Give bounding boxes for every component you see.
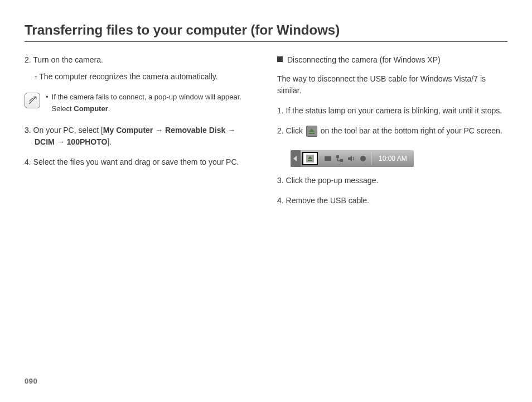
path-dcim: DCIM [35, 137, 55, 146]
right-intro: The way to disconnect the USB cable for … [277, 73, 507, 97]
arrow-icon: → [55, 137, 67, 146]
tray-expand-arrow-icon [291, 150, 301, 167]
step-number: 4. [277, 196, 286, 205]
right-column: Disconnecting the camera (for Windows XP… [277, 54, 507, 215]
right-step-2: 2. Click on the tool bar at the bottom r… [277, 125, 507, 137]
svg-point-3 [360, 156, 366, 161]
right-step-3: 3. Click the pop-up message. [277, 175, 507, 187]
right-heading: Disconnecting the camera (for Windows XP… [277, 54, 507, 66]
square-bullet-icon [277, 56, 283, 62]
left-column: 2. Turn on the camera. - The computer re… [25, 54, 255, 215]
step-text: If the status lamp on your camera is bli… [286, 106, 502, 115]
svg-rect-1 [336, 155, 339, 158]
subline-text: The computer recognizes the camera autom… [39, 72, 217, 81]
left-step-4: 4. Select the files you want and drag or… [25, 156, 255, 169]
step-number: 2. [277, 126, 286, 135]
right-step-4: 4. Remove the USB cable. [277, 195, 507, 207]
tray-icons [320, 150, 371, 167]
note-body: • If the camera fails to connect, a pop-… [46, 92, 241, 114]
step-number: 3. [277, 176, 286, 185]
right-heading-text: Disconnecting the camera (for Windows XP… [287, 54, 441, 66]
bullet-icon: • [46, 92, 49, 114]
step-text: Turn on the camera. [33, 55, 103, 64]
step3-suffix: ]. [107, 137, 112, 146]
arrow-icon: → [153, 126, 165, 135]
step-number: 2. [25, 55, 33, 64]
step-text: Select the files you want and drag or sa… [33, 157, 239, 166]
path-100photo: 100PHOTO [67, 137, 108, 146]
page-number: 090 [25, 377, 37, 385]
svg-rect-0 [325, 156, 331, 161]
tray-icon [359, 155, 367, 162]
tray-clock: 10:00 AM [372, 150, 414, 167]
step2-b: on the tool bar at the bottom right of y… [318, 126, 502, 135]
left-step-3: 3. On your PC, select [My Computer → Rem… [25, 125, 255, 149]
note-line-1: If the camera fails to connect, a pop-up… [52, 93, 241, 101]
note-icon [25, 93, 40, 108]
note-line-2c: . [108, 104, 110, 113]
step2-a: Click [286, 126, 305, 135]
path-my-computer: My Computer [103, 126, 153, 135]
step3-prefix: On your PC, select [ [33, 126, 103, 135]
system-tray: 10:00 AM [291, 150, 414, 167]
title-rule [25, 41, 507, 42]
note-line-2a: Select [52, 104, 74, 113]
tray-highlighted-icon [302, 152, 318, 165]
tray-volume-icon [347, 155, 355, 162]
path-removable-disk: Removable Disk [165, 126, 225, 135]
tray-icon [324, 155, 332, 162]
page-title: Transferring files to your computer (for… [25, 22, 507, 38]
tray-network-icon [336, 155, 344, 162]
left-step-2: 2. Turn on the camera. - The computer re… [25, 54, 255, 83]
note-box: • If the camera fails to connect, a pop-… [25, 92, 255, 114]
step-text: Remove the USB cable. [286, 196, 369, 205]
svg-rect-2 [340, 159, 343, 162]
step-2-subline: - The computer recognizes the camera aut… [35, 71, 255, 83]
step-number: 3. [25, 126, 33, 135]
step-number: 4. [25, 157, 33, 166]
step-text: Click the pop-up message. [286, 176, 379, 185]
step-number: 1. [277, 106, 286, 115]
right-step-1: 1. If the status lamp on your camera is … [277, 105, 507, 117]
note-line-2-bold: Computer [74, 104, 108, 113]
arrow-icon: → [225, 126, 235, 135]
content-columns: 2. Turn on the camera. - The computer re… [25, 54, 507, 215]
safely-remove-icon [306, 155, 314, 162]
safely-remove-icon [306, 126, 317, 137]
